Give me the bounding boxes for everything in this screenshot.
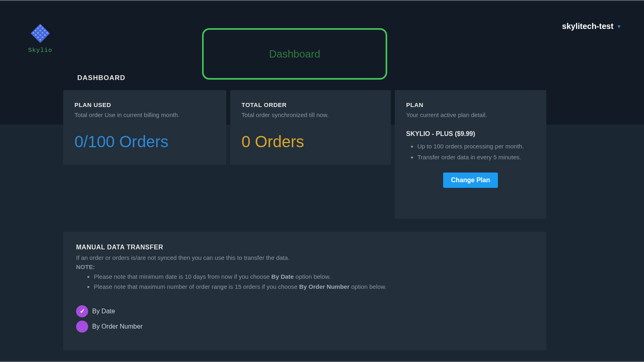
- mdt-description: If an order or orders is/are not synced …: [76, 254, 533, 261]
- account-name: skylitech-test: [562, 22, 613, 31]
- plan-feature-list: Up to 100 orders processing per month. T…: [406, 142, 535, 162]
- card-plan-used: PLAN USED Total order Use in current bil…: [63, 90, 226, 165]
- mdt-note-text: Please note that maximum number of order…: [94, 283, 299, 290]
- radio-by-order-number-label: By Order Number: [92, 323, 142, 330]
- plan-feature-item: Up to 100 orders processing per month.: [417, 142, 535, 151]
- brand-logo: Skylio: [28, 22, 52, 54]
- brand-logo-icon: [29, 22, 52, 45]
- card-plan: PLAN Your current active plan detail. SK…: [395, 90, 546, 219]
- card-plan-used-sub: Total order Use in current billing month…: [74, 111, 215, 118]
- tab-dashboard[interactable]: Dashboard: [202, 28, 387, 80]
- card-total-order-sub: Total order synchronized till now.: [242, 111, 380, 118]
- mdt-note-bold: By Order Number: [299, 283, 349, 290]
- mdt-notes: Please note that minimum date is 10 days…: [76, 272, 533, 292]
- change-plan-button[interactable]: Change Plan: [443, 173, 498, 188]
- card-plan-sub: Your current active plan detail.: [406, 111, 535, 118]
- radio-by-date-label: By Date: [92, 308, 115, 315]
- card-total-order-label: TOTAL ORDER: [242, 101, 380, 108]
- plan-name: SKYLIO - PLUS ($9.99): [406, 130, 535, 138]
- mdt-note-text: Please note that minimum date is 10 days…: [94, 273, 271, 280]
- mdt-mode-radio-group: ✓ By Date By Order Number: [76, 305, 533, 333]
- card-plan-label: PLAN: [406, 101, 535, 108]
- plan-feature-item: Transfer order data in every 5 minutes.: [417, 152, 535, 162]
- brand-name: Skylio: [28, 47, 52, 54]
- card-plan-used-label: PLAN USED: [74, 101, 215, 108]
- mdt-note-text: option below.: [349, 283, 386, 290]
- check-icon: ✓: [80, 307, 85, 315]
- radio-by-date[interactable]: ✓ By Date: [76, 305, 533, 317]
- card-total-order-metric: 0 Orders: [242, 133, 380, 151]
- mdt-note-label: NOTE:: [76, 263, 533, 270]
- card-plan-used-metric: 0/100 Orders: [74, 133, 215, 151]
- chevron-down-icon: ▼: [617, 24, 621, 29]
- radio-indicator: [76, 321, 88, 333]
- radio-indicator: ✓: [76, 305, 88, 317]
- mdt-note-text: option below.: [294, 273, 331, 280]
- account-switcher[interactable]: skylitech-test ▼: [562, 22, 621, 31]
- radio-by-order-number[interactable]: By Order Number: [76, 321, 533, 333]
- section-heading: DASHBOARD: [77, 74, 126, 82]
- mdt-note-item: Please note that minimum date is 10 days…: [94, 272, 533, 281]
- manual-data-transfer-panel: MANUAL DATA TRANSFER If an order or orde…: [63, 232, 546, 350]
- mdt-note-item: Please note that maximum number of order…: [94, 282, 533, 291]
- mdt-title: MANUAL DATA TRANSFER: [76, 244, 533, 251]
- tab-dashboard-label: Dashboard: [269, 48, 320, 60]
- mdt-note-bold: By Date: [271, 273, 294, 280]
- card-total-order: TOTAL ORDER Total order synchronized til…: [230, 90, 391, 165]
